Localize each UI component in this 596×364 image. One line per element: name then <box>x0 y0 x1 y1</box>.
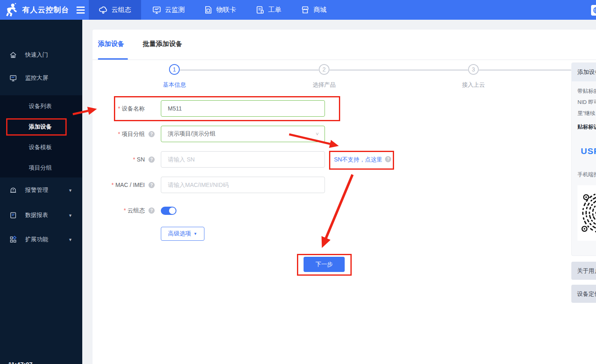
mac-imei-input[interactable] <box>161 177 325 193</box>
help-panel-title: 添加设备 <box>572 63 596 81</box>
toggle-knob <box>169 207 176 214</box>
step-3-label: 接入上云 <box>449 81 498 89</box>
sidebar-item-label: 设备列表 <box>29 103 52 110</box>
device-location-link-card[interactable]: 设备定位 <box>571 285 596 303</box>
stepper-line <box>329 69 468 71</box>
chevron-down-icon: ▼ <box>194 232 197 236</box>
home-icon <box>9 51 17 59</box>
dashboard-screen-icon <box>9 74 17 82</box>
mac-imei-help-icon[interactable]: ? <box>148 182 155 188</box>
storefront-icon <box>301 5 310 14</box>
project-group-select[interactable]: 演示项目/演示分组 ˅ <box>161 126 325 142</box>
globe-icon <box>593 7 596 14</box>
project-group-help-icon[interactable]: ? <box>148 131 155 137</box>
nav-tab-cloud-scada[interactable]: 云组态 <box>89 0 141 20</box>
sn-link-help-icon[interactable]: ? <box>385 156 391 162</box>
chevron-down-icon: ˅ <box>315 131 319 137</box>
sidebar-item-project-group[interactable]: 项目分组 <box>0 158 82 178</box>
step-2-circle: 2 <box>319 64 329 75</box>
step-3-circle: 3 <box>468 64 479 75</box>
apps-grid-icon <box>9 236 17 243</box>
sidebar-item-label: 监控大屏 <box>25 74 48 82</box>
nav-tab-iot-card[interactable]: 物联卡 <box>204 0 236 20</box>
help-text-line: 带贴标的 <box>577 88 596 95</box>
sidebar-item-label: 数据报表 <box>25 212 48 219</box>
sidebar: 快速入门 监控大屏 设备管理 ▲ <box>0 20 82 364</box>
sidebar-item-label: 项目分组 <box>29 164 52 172</box>
sidebar-item-label: 报警管理 <box>25 187 48 194</box>
usr-brand-text: USR <box>581 146 596 156</box>
help-text-bold-line: 贴标标识 <box>577 123 596 131</box>
app-title: 有人云控制台 <box>22 5 69 15</box>
nav-tab-work-order[interactable]: 工单 <box>255 0 281 20</box>
sidebar-clock: 11:47:07 <box>8 361 32 364</box>
sidebar-item-monitor-screen[interactable]: 监控大屏 <box>0 70 82 86</box>
nav-tab-label: 工单 <box>268 6 281 14</box>
work-order-icon <box>255 5 264 14</box>
about-user-link-card[interactable]: 关于用户 <box>571 262 596 280</box>
help-text-line: NID 即可 <box>577 99 596 106</box>
tab-add-device[interactable]: 添加设备 <box>98 40 124 48</box>
sidebar-item-add-device[interactable]: 添加设备 <box>0 117 82 137</box>
device-management-submenu: 设备列表 添加设备 设备模板 项目分组 <box>0 95 82 177</box>
language-globe-button[interactable] <box>591 5 596 16</box>
help-panel: 添加设备 带贴标的 NID 即可 里”继续 贴标标识 USR 手机端扫 <box>571 62 596 256</box>
top-navigation-bar: 有人云控制台 云组态 云监测 <box>0 0 596 20</box>
tab-batch-add-device[interactable]: 批量添加设备 <box>143 40 182 48</box>
advanced-options-button[interactable]: 高级选项 ▼ <box>161 227 204 241</box>
help-text-line: 里”继续 <box>577 110 595 117</box>
step-2-label: 选择产品 <box>299 81 349 89</box>
sidebar-item-alarm-management[interactable]: 报警管理 ▼ <box>0 182 82 198</box>
step-1-label: 基本信息 <box>150 81 199 89</box>
sidebar-item-label: 设备模板 <box>29 144 52 151</box>
next-step-button[interactable]: 下一步 <box>304 257 345 272</box>
sidebar-item-device-template[interactable]: 设备模板 <box>0 137 82 158</box>
alarm-bell-icon <box>9 187 17 194</box>
sn-not-supported-link[interactable]: SN不支持，点这里 <box>334 156 382 164</box>
step-1-circle: 1 <box>169 64 180 75</box>
sidebar-item-device-list[interactable]: 设备列表 <box>0 96 82 117</box>
nav-tab-cloud-monitor[interactable]: 云监测 <box>152 0 185 20</box>
main-content-card: 添加设备 批量添加设备 1 2 3 基本信息 选择产品 接入上云 设备名称 项目… <box>93 30 596 364</box>
sidebar-item-data-report[interactable]: 数据报表 ▼ <box>0 207 82 223</box>
monitor-chart-icon <box>152 5 161 14</box>
sidebar-item-label: 扩展功能 <box>25 236 48 243</box>
cloud-icon <box>99 5 108 14</box>
stepper-line <box>180 69 319 71</box>
advanced-options-label: 高级选项 <box>168 230 191 237</box>
chevron-down-icon: ▼ <box>68 188 72 193</box>
sidebar-item-label: 快速入门 <box>25 51 48 59</box>
cloud-scada-help-icon[interactable]: ? <box>148 207 155 214</box>
sidebar-item-label: 添加设备 <box>29 123 52 131</box>
report-document-icon <box>9 212 17 219</box>
project-group-value: 演示项目/演示分组 <box>168 130 216 138</box>
sidebar-item-quick-start[interactable]: 快速入门 <box>0 47 82 63</box>
chevron-down-icon: ▼ <box>68 237 72 242</box>
nav-tab-label: 物联卡 <box>216 6 236 14</box>
help-text-phone-line: 手机端扫 <box>577 171 596 178</box>
sn-help-icon[interactable]: ? <box>148 157 155 163</box>
hamburger-menu-icon[interactable] <box>77 5 85 15</box>
chevron-down-icon: ▼ <box>68 213 72 218</box>
sidebar-item-extended-functions[interactable]: 扩展功能 ▼ <box>0 231 82 248</box>
nav-tab-label: 云组态 <box>111 6 131 14</box>
sn-input[interactable] <box>161 151 325 168</box>
qr-code-image <box>577 185 596 241</box>
nav-tab-mall[interactable]: 商城 <box>301 0 327 20</box>
cloud-scada-toggle[interactable] <box>161 207 176 215</box>
stepper-line <box>479 69 571 71</box>
device-name-input[interactable] <box>161 100 325 117</box>
tab-bar: 添加设备 批量添加设备 <box>93 30 596 60</box>
sim-card-icon <box>204 5 213 14</box>
app-window: 有人云控制台 云组态 云监测 <box>0 0 596 364</box>
nav-tab-label: 云监测 <box>165 6 185 14</box>
usr-mascot-logo-icon <box>6 3 18 17</box>
nav-tab-label: 商城 <box>313 6 327 14</box>
active-tab-underline <box>98 58 128 60</box>
